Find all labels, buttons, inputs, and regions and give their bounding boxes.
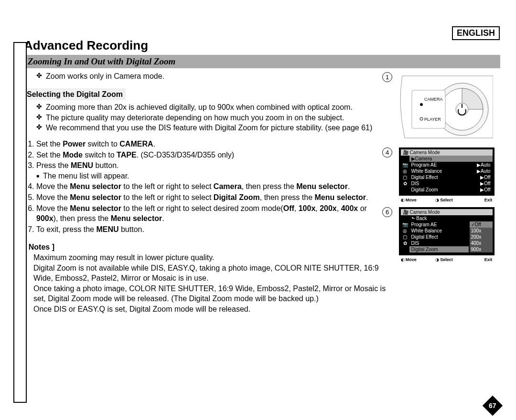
osd-footer: ◐ Move ◑ Select MENU Exit <box>393 198 500 202</box>
subheading: Selecting the Digital Zoom <box>24 88 126 101</box>
step-2: Set the Mode switch to TAPE. (SC-D353/D3… <box>36 150 388 160</box>
osd-item-selected: Digital Zoom <box>409 246 469 252</box>
osd-title: 🎥 Camera Mode <box>401 149 493 156</box>
osd-item: White Balance▶Auto <box>409 168 493 174</box>
memory-tab-icon: ◎ <box>403 168 407 174</box>
osd-item: Digital Zoom▶Off <box>409 187 493 193</box>
figure-callout-6: 6 <box>382 207 392 217</box>
step-6: Move the Menu selector to the left or ri… <box>36 203 388 224</box>
osd-option: 900x <box>470 246 493 252</box>
camcorder-icon: 🎥 <box>403 150 408 155</box>
svg-text:CAMERA: CAMERA <box>424 97 443 102</box>
figure-power-dial: 1 CAMERA PLAYER <box>393 71 500 143</box>
osd-item: Program AE <box>409 221 469 228</box>
note-text: Digital Zoom is not available while DIS,… <box>33 263 388 284</box>
step-1: Set the Power switch to CAMERA. <box>36 139 388 149</box>
osd-option: ✓Off <box>470 221 493 228</box>
camera-tab-icon: 📷 <box>402 222 408 227</box>
step-4: Move the Menu selector to the left or ri… <box>36 181 388 192</box>
body-text-column: ✤ Zoom works only in Camera mode. Select… <box>24 71 388 314</box>
osd-item: White Balance <box>409 228 469 234</box>
page-number-badge: 67 <box>485 399 500 413</box>
osd-option: 200x <box>470 234 493 240</box>
note-text: Maximum zooming may result in lower pict… <box>33 252 215 263</box>
page-title: Advanced Recording <box>24 38 500 53</box>
camera-tab-icon: 📷 <box>402 162 408 168</box>
power-dial-illustration: CAMERA PLAYER <box>393 71 493 143</box>
svg-point-6 <box>420 103 423 106</box>
osd-icon-column: 📷 ◎ ▢ ✿ <box>401 215 409 252</box>
osd-item: Digital Effect <box>409 234 469 240</box>
note-text: Once DIS or EASY.Q is set, Digital Zoom … <box>33 304 250 315</box>
osd-footer: ◐ Move ◑ Select MENU Exit <box>393 257 500 262</box>
bullet-icon: ✤ <box>36 102 43 113</box>
step-3: Press the MENU button. The menu list wil… <box>36 160 388 181</box>
steps-list: Set the Power switch to CAMERA. Set the … <box>24 139 388 234</box>
osd-item: Program AE▶Auto <box>409 162 493 168</box>
osd-icon-column: 📷 ◎ ▢ ✿ <box>401 156 409 193</box>
binding-margin-decoration <box>13 42 27 403</box>
figure-callout-4: 4 <box>382 147 392 158</box>
memory-tab-icon: ◎ <box>403 228 407 233</box>
bullet-icon: ✤ <box>36 113 43 123</box>
figure-osd-4: 4 🎥 Camera Mode 📷 ◎ ▢ ✿ <box>393 147 500 202</box>
step-7: To exit, press the MENU button. <box>36 224 388 235</box>
sub-bullet: The picture quality may deteriorate depe… <box>46 113 344 123</box>
bullet-icon: ✤ <box>36 71 43 82</box>
intro-bullet: Zoom works only in Camera mode. <box>46 71 164 82</box>
osd-item: Digital Effect▶Off <box>409 174 493 180</box>
section-heading: Zooming In and Out with Digital Zoom <box>24 55 500 68</box>
note-text: Once taking a photo image, COLOR NITE SH… <box>33 284 388 304</box>
svg-text:PLAYER: PLAYER <box>424 117 441 122</box>
settings-tab-icon: ✿ <box>403 241 407 246</box>
svg-rect-5 <box>412 90 445 128</box>
sub-bullet: We recommend that you use the DIS featur… <box>46 123 372 133</box>
osd-zoom-options: ✓Off 100x 200x 400x 900x <box>470 215 493 252</box>
osd-camera-header: ▶Camera <box>409 156 493 162</box>
osd-back: ⬑ Back <box>409 215 469 221</box>
osd-option: 100x <box>470 228 493 234</box>
osd-title: 🎥 Camera Mode <box>401 209 493 215</box>
settings-tab-icon: ✿ <box>403 181 407 186</box>
figure-column: 1 CAMERA PLAYER <box>393 71 500 314</box>
osd-option: 400x <box>470 240 493 246</box>
language-badge: ENGLISH <box>452 26 500 40</box>
figure-callout-1: 1 <box>382 72 392 82</box>
bullet-icon: ✤ <box>36 123 43 133</box>
notes-heading: [ Notes ] <box>24 242 388 252</box>
osd-item: DIS <box>409 240 469 246</box>
step-3-substep: The menu list will appear. <box>36 171 388 181</box>
sub-bullet: Zooming more than 20x is achieved digita… <box>46 102 353 113</box>
camcorder-icon: 🎥 <box>403 210 408 215</box>
figure-osd-6: 6 🎥 Camera Mode 📷 ◎ ▢ ✿ <box>393 207 500 262</box>
display-tab-icon: ▢ <box>403 175 407 180</box>
display-tab-icon: ▢ <box>403 234 407 240</box>
step-5: Move the Menu selector to the left or ri… <box>36 192 388 203</box>
osd-item: DIS▶Off <box>409 180 493 187</box>
